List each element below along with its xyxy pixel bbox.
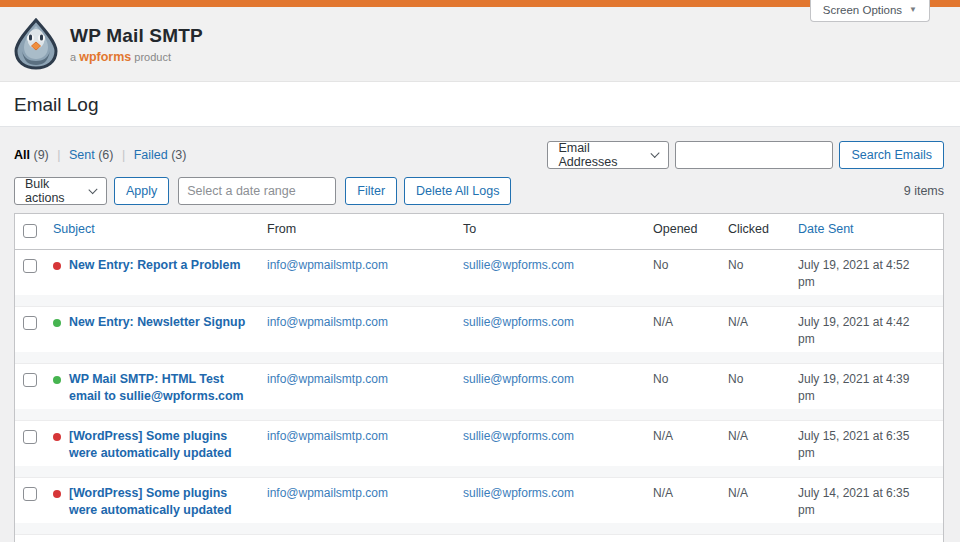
select-all-checkbox[interactable] [23, 224, 37, 238]
row-checkbox[interactable] [23, 373, 37, 387]
clicked-value: No [728, 371, 798, 388]
chevron-down-icon: ▼ [909, 6, 917, 14]
search-area: Email Addresses Search Emails [547, 141, 944, 169]
search-input[interactable] [675, 141, 833, 169]
row-bottom-strip [15, 523, 943, 534]
table-header-row: Subject From To Opened Clicked Date Sent [15, 214, 943, 250]
row-checkbox[interactable] [23, 316, 37, 330]
view-link-sent[interactable]: Sent (6) [69, 148, 113, 162]
date-sent-value: July 19, 2021 at 4:39 pm [798, 371, 935, 405]
to-email-link[interactable]: sullie@wpforms.com [463, 486, 574, 500]
to-email-link[interactable]: sullie@wpforms.com [463, 315, 574, 329]
bulk-actions-select[interactable]: Bulk actions [14, 177, 107, 205]
date-sent-value: July 19, 2021 at 4:52 pm [798, 257, 935, 291]
filter-button[interactable]: Filter [345, 177, 397, 205]
row-checkbox[interactable] [23, 487, 37, 501]
brand-block: WP Mail SMTP a wpforms product [70, 25, 203, 64]
column-header-from: From [267, 214, 463, 244]
wp-mail-smtp-logo-icon [14, 18, 58, 70]
table-row: [WordPress] Some plugins were automatica… [15, 421, 943, 478]
email-subject-link[interactable]: New Entry: Report a Problem [69, 258, 240, 272]
row-bottom-strip [15, 352, 943, 363]
column-header-to: To [463, 214, 653, 244]
opened-value: No [653, 257, 728, 274]
row-checkbox[interactable] [23, 430, 37, 444]
table-body: New Entry: Report a Problem info@wpmails… [15, 250, 943, 542]
search-field-select[interactable]: Email Addresses [547, 141, 669, 169]
to-email-link[interactable]: sullie@wpforms.com [463, 372, 574, 386]
page-title: Email Log [14, 94, 946, 116]
opened-value: N/A [653, 485, 728, 502]
column-header-clicked: Clicked [728, 214, 798, 244]
status-dot-icon [53, 490, 61, 498]
view-filter-links: All (9) | Sent (6) | Failed (3) [14, 148, 186, 162]
email-log-table: Subject From To Opened Clicked Date Sent… [14, 213, 944, 542]
opened-value: N/A [653, 314, 728, 331]
from-email-link[interactable]: info@wpmailsmtp.com [267, 315, 388, 329]
main-content: All (9) | Sent (6) | Failed (3) Email Ad… [0, 127, 960, 542]
screen-options-label: Screen Options [823, 4, 902, 16]
brand-title: WP Mail SMTP [70, 25, 203, 47]
column-header-subject[interactable]: Subject [53, 214, 267, 244]
table-row: New Entry: Newsletter Signup info@wpmail… [15, 307, 943, 364]
items-count: 9 items [904, 184, 944, 198]
row-checkbox[interactable] [23, 259, 37, 273]
row-bottom-strip [15, 409, 943, 420]
email-subject-link[interactable]: WP Mail SMTP: HTML Test email to sullie@… [69, 372, 244, 403]
table-row: Your Weekly WPForms Summary info@wpmails… [15, 535, 943, 542]
row-bottom-strip [15, 466, 943, 477]
date-range-input[interactable] [178, 177, 336, 205]
email-subject-link[interactable]: [WordPress] Some plugins were automatica… [69, 429, 232, 460]
page-title-bar: Email Log [0, 82, 960, 127]
clicked-value: N/A [728, 314, 798, 331]
chevron-down-icon [88, 184, 97, 193]
wpforms-logo-text: wpforms [79, 50, 131, 64]
email-subject-link[interactable]: New Entry: Newsletter Signup [69, 315, 245, 329]
brand-subtitle: a wpforms product [70, 50, 203, 64]
clicked-value: N/A [728, 485, 798, 502]
bulk-actions-toolbar: Bulk actions Apply Filter Delete All Log… [14, 177, 511, 205]
date-sent-value: July 14, 2021 at 6:35 pm [798, 485, 935, 519]
status-dot-icon [53, 433, 61, 441]
from-email-link[interactable]: info@wpmailsmtp.com [267, 429, 388, 443]
clicked-value: N/A [728, 428, 798, 445]
clicked-value: No [728, 257, 798, 274]
date-sent-value: July 19, 2021 at 4:42 pm [798, 314, 935, 348]
column-header-date-sent[interactable]: Date Sent [798, 214, 935, 244]
chevron-down-icon [650, 148, 659, 157]
table-row: WP Mail SMTP: HTML Test email to sullie@… [15, 364, 943, 421]
apply-button[interactable]: Apply [114, 177, 169, 205]
view-link-failed[interactable]: Failed (3) [134, 148, 187, 162]
delete-all-logs-button[interactable]: Delete All Logs [404, 177, 511, 205]
opened-value: N/A [653, 428, 728, 445]
status-dot-icon [53, 262, 61, 270]
from-email-link[interactable]: info@wpmailsmtp.com [267, 258, 388, 272]
to-email-link[interactable]: sullie@wpforms.com [463, 258, 574, 272]
screen-options-button[interactable]: Screen Options ▼ [810, 0, 930, 22]
email-subject-link[interactable]: [WordPress] Some plugins were automatica… [69, 486, 232, 517]
to-email-link[interactable]: sullie@wpforms.com [463, 429, 574, 443]
date-sent-value: July 15, 2021 at 6:35 pm [798, 428, 935, 462]
from-email-link[interactable]: info@wpmailsmtp.com [267, 372, 388, 386]
table-row: [WordPress] Some plugins were automatica… [15, 478, 943, 535]
status-dot-icon [53, 319, 61, 327]
status-dot-icon [53, 376, 61, 384]
column-header-opened: Opened [653, 214, 728, 244]
view-link-all[interactable]: All (9) [14, 148, 49, 162]
table-row: New Entry: Report a Problem info@wpmails… [15, 250, 943, 307]
opened-value: No [653, 371, 728, 388]
row-bottom-strip [15, 295, 943, 306]
from-email-link[interactable]: info@wpmailsmtp.com [267, 486, 388, 500]
search-emails-button[interactable]: Search Emails [839, 141, 944, 169]
